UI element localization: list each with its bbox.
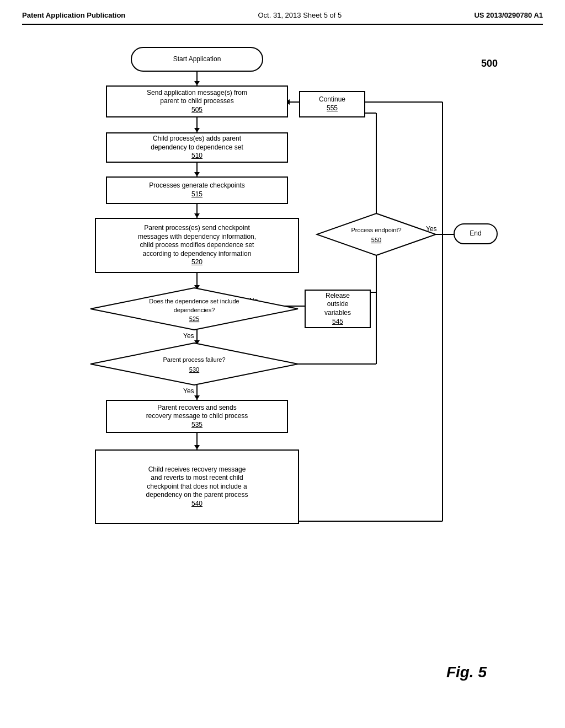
node-535: Parent recovers and sendsrecovery messag… <box>106 400 288 433</box>
diamond-550-svg: Process endpoint? 550 <box>316 212 437 256</box>
figure-label: Fig. 5 <box>446 663 487 681</box>
svg-text:Parent process failure?: Parent process failure? <box>163 356 225 363</box>
svg-text:Process endpoint?: Process endpoint? <box>351 227 401 233</box>
header-left: Patent Application Publication <box>22 11 125 19</box>
svg-text:525: 525 <box>189 315 199 322</box>
svg-text:dependencies?: dependencies? <box>174 307 215 313</box>
page: Patent Application Publication Oct. 31, … <box>0 0 565 728</box>
start-node: Start Application <box>131 47 263 72</box>
svg-text:550: 550 <box>371 237 381 243</box>
header-right: US 2013/0290780 A1 <box>474 11 543 19</box>
node-510: Child process(es) adds parentdependency … <box>106 132 288 163</box>
node-520: Parent process(es) send checkpointmessag… <box>95 218 299 273</box>
flowchart: 500 Yes No <box>34 36 531 698</box>
node-545: Releaseoutsidevariables545 <box>305 290 371 328</box>
node-525: Does the dependence set include dependen… <box>89 287 299 331</box>
node-515: Processes generate checkpoints515 <box>106 176 288 204</box>
svg-marker-7 <box>194 213 200 218</box>
diagram-label: 500 <box>481 58 498 69</box>
node-540: Child receives recovery messageand rever… <box>95 449 299 524</box>
svg-marker-47 <box>317 213 436 255</box>
diamond-530-svg: Parent process failure? 530 <box>89 342 299 386</box>
svg-marker-3 <box>194 128 200 132</box>
node-550: Process endpoint? 550 <box>316 212 437 256</box>
diamond-525-svg: Does the dependence set include dependen… <box>89 287 299 331</box>
page-header: Patent Application Publication Oct. 31, … <box>22 11 543 25</box>
svg-text:530: 530 <box>189 366 199 373</box>
node-530: Parent process failure? 530 <box>89 342 299 386</box>
svg-text:Does the dependence set includ: Does the dependence set include <box>149 298 239 304</box>
svg-marker-44 <box>90 343 298 385</box>
svg-marker-26 <box>194 445 200 449</box>
svg-text:Yes: Yes <box>183 332 194 340</box>
header-center: Oct. 31, 2013 Sheet 5 of 5 <box>258 11 342 19</box>
svg-marker-17 <box>194 395 200 400</box>
end-node: End <box>454 223 498 244</box>
node-555: Continue555 <box>299 91 365 117</box>
svg-text:Yes: Yes <box>183 387 194 395</box>
node-505: Send application message(s) fromparent t… <box>106 85 288 117</box>
svg-marker-5 <box>194 172 200 176</box>
svg-marker-1 <box>194 81 200 85</box>
